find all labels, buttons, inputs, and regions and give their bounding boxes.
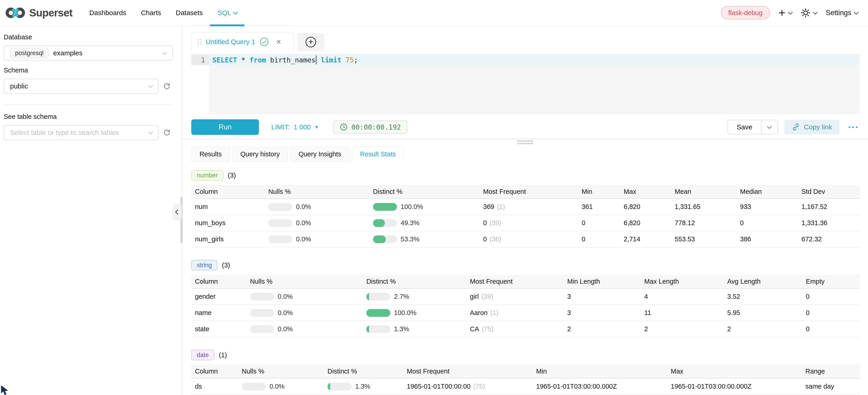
database-select[interactable]: postgresql examples	[4, 45, 173, 61]
splitter-drag-handle[interactable]	[517, 140, 533, 145]
table-cell: 1,331.65	[675, 203, 740, 211]
elapsed-timer: 00:00:00.192	[333, 120, 407, 134]
table-cell: 0	[806, 293, 856, 300]
table-cell: 778.12	[675, 219, 740, 227]
new-item-menu[interactable]: +	[779, 7, 792, 19]
run-button[interactable]: Run	[191, 119, 259, 135]
table-cell: 2,714	[624, 236, 675, 243]
save-options-button[interactable]	[761, 120, 777, 134]
frequent-value: 0	[483, 219, 487, 227]
chevron-down-icon	[233, 10, 238, 14]
percent-label: 0.0%	[278, 325, 293, 333]
percent-bar	[373, 203, 397, 211]
table-cell: 1,167.52	[802, 203, 856, 211]
table-row: ds0.0%1.3%1965-01-01T00:00:00(75)1965-01…	[191, 378, 860, 395]
line-number: 1	[191, 55, 209, 65]
table-row: num0.0%100.0%369(1)3616,8201,331.659331,…	[191, 199, 860, 215]
plus-icon: +	[779, 7, 785, 19]
chevron-down-icon	[148, 130, 153, 134]
sun-icon	[801, 8, 810, 18]
table-cell: 386	[740, 236, 802, 243]
sql-editor[interactable]: 1 SELECT * from birth_names limit 75;	[191, 54, 860, 114]
query-tab-title: Untitled Query 1	[206, 38, 255, 46]
code-token: *	[237, 56, 249, 64]
main-nav: Dashboards Charts Datasets SQL	[82, 0, 245, 26]
drag-handle-icon[interactable]	[198, 39, 202, 45]
collapse-sidebar-button[interactable]	[173, 204, 182, 220]
table-cell: 0.0%	[250, 325, 366, 333]
column-header: Most Frequent	[407, 368, 536, 375]
table-select[interactable]: Select table or type to search tables	[4, 125, 159, 140]
settings-menu[interactable]: Settings	[826, 9, 858, 17]
table-cell: 2	[644, 325, 727, 333]
table-cell: 361	[582, 203, 624, 211]
tab-query-history[interactable]: Query history	[232, 146, 288, 162]
copy-link-button[interactable]: Copy link	[784, 120, 839, 134]
superset-logo[interactable]: Superset	[5, 6, 72, 20]
tab-result-stats[interactable]: Result Stats	[352, 146, 404, 162]
table-cell: CA(75)	[470, 325, 567, 333]
add-tab-button[interactable]: +	[297, 33, 324, 51]
percent-label: 0.0%	[270, 383, 284, 390]
percent-label: 0.0%	[278, 309, 293, 316]
limit-dropdown[interactable]: LIMIT: 1 000 ▼	[271, 123, 319, 131]
table-cell: girl(39)	[470, 293, 567, 300]
table-cell: name	[191, 309, 250, 316]
tab-results[interactable]: Results	[191, 146, 230, 162]
schema-value: public	[10, 82, 28, 90]
nav-item-sql[interactable]: SQL	[210, 0, 245, 26]
table-cell: 0.0%	[268, 236, 373, 243]
frequent-value: CA	[470, 325, 479, 333]
tab-query-insights[interactable]: Query Insights	[290, 146, 349, 162]
table-cell: state	[191, 325, 250, 333]
table-select-placeholder: Select table or type to search tables	[10, 129, 119, 136]
table-cell: 0(39)	[483, 219, 582, 227]
table-cell: 0.0%	[242, 383, 328, 390]
table-cell: 3	[567, 309, 644, 316]
column-header: Distinct %	[373, 188, 483, 195]
frequent-count: (36)	[490, 236, 501, 243]
table-row: num_girls0.0%53.3%0(36)02,714553.5338667…	[191, 231, 860, 248]
schema-select[interactable]: public	[4, 79, 159, 94]
column-header: Distinct %	[366, 278, 470, 285]
nav-item-label: SQL	[217, 9, 231, 17]
elapsed-time: 00:00:00.192	[351, 123, 401, 131]
database-type-tag: postgresql	[10, 48, 49, 58]
nav-item-dashboards[interactable]: Dashboards	[82, 0, 134, 26]
table-cell: 6,820	[624, 219, 675, 227]
frequent-count: (1)	[490, 309, 498, 316]
column-header: Min	[582, 188, 624, 195]
table-cell: same day	[805, 383, 856, 390]
code-token	[341, 56, 346, 64]
refresh-tables-icon[interactable]	[163, 128, 171, 137]
chevron-down-icon	[788, 10, 793, 14]
limit-label: LIMIT:	[271, 123, 290, 131]
nav-item-charts[interactable]: Charts	[134, 0, 168, 26]
percent-bar	[366, 293, 390, 301]
more-actions-button[interactable]	[846, 124, 860, 130]
refresh-schemas-icon[interactable]	[163, 82, 171, 90]
code-token: birth_names	[266, 56, 316, 64]
column-header: Most Frequent	[470, 278, 567, 285]
table-cell: 0.0%	[268, 219, 373, 227]
table-cell: 3	[567, 293, 644, 300]
column-header: Column	[191, 188, 268, 195]
nav-item-datasets[interactable]: Datasets	[168, 0, 210, 26]
percent-bar-fill	[328, 383, 330, 390]
percent-label: 0.0%	[296, 236, 311, 243]
schema-label: Schema	[4, 66, 181, 74]
code-token: limit	[321, 56, 341, 64]
code-token: from	[250, 56, 266, 64]
table-cell: 11	[644, 309, 727, 316]
save-button[interactable]: Save	[728, 120, 761, 134]
query-tab[interactable]: Untitled Query 1 ×	[191, 32, 294, 51]
link-icon	[792, 123, 800, 131]
column-header: Min Length	[567, 278, 644, 285]
code-token: SELECT	[212, 56, 237, 64]
percent-bar	[366, 309, 390, 317]
frequent-value: girl	[470, 293, 479, 300]
frequent-value: 1965-01-01T00:00:00	[407, 383, 471, 390]
close-tab-icon[interactable]: ×	[276, 38, 281, 46]
percent-bar	[250, 293, 274, 301]
theme-menu[interactable]	[801, 8, 817, 18]
